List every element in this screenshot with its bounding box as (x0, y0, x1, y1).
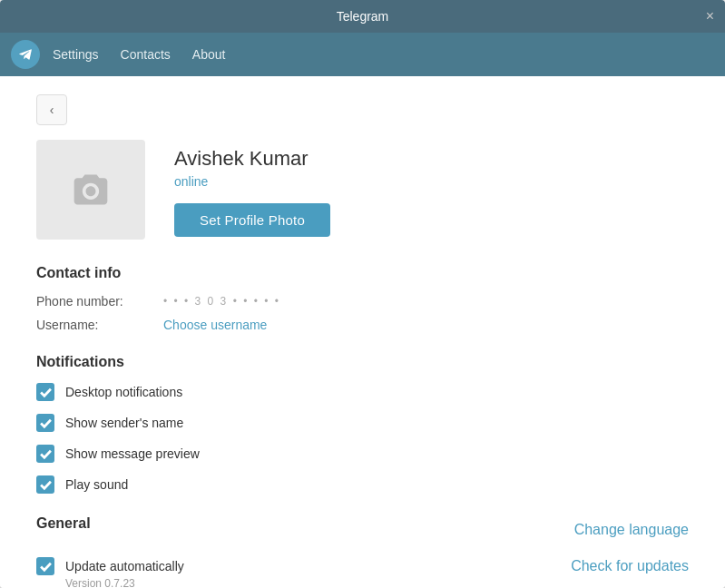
play-sound-row: Play sound (36, 475, 689, 494)
desktop-notifications-checkbox[interactable] (36, 383, 54, 401)
checkmark-icon (40, 561, 52, 573)
checkmark-icon (40, 387, 52, 398)
back-icon: ‹ (50, 103, 54, 117)
choose-username-link[interactable]: Choose username (163, 318, 267, 332)
username-row: Username: Choose username (36, 318, 689, 332)
close-button[interactable]: × (706, 9, 714, 24)
avatar (36, 140, 145, 240)
app-window: Telegram × Settings Contacts About ‹ Avi (0, 0, 725, 588)
show-sender-row: Show sender's name (36, 414, 689, 432)
username-label: Username: (36, 318, 163, 332)
general-title: General (36, 515, 91, 532)
desktop-notifications-label: Desktop notifications (65, 385, 182, 399)
phone-row: Phone number: • • • 3 0 3 • • • • • (36, 294, 689, 309)
telegram-icon (17, 46, 34, 63)
title-bar: Telegram × (0, 0, 725, 33)
notifications-title: Notifications (36, 354, 689, 370)
back-button[interactable]: ‹ (36, 94, 67, 125)
notifications-section: Notifications Desktop notifications Show… (36, 354, 689, 494)
window-title: Telegram (337, 9, 389, 24)
play-sound-checkbox[interactable] (36, 475, 54, 494)
set-profile-photo-button[interactable]: Set Profile Photo (174, 203, 330, 237)
checkmark-icon (40, 417, 52, 429)
menu-settings[interactable]: Settings (51, 44, 101, 65)
show-preview-label: Show message preview (65, 446, 200, 461)
profile-info: Avishek Kumar online Set Profile Photo (174, 140, 330, 237)
show-preview-row: Show message preview (36, 445, 689, 463)
desktop-notifications-row: Desktop notifications (36, 383, 689, 401)
play-sound-label: Play sound (65, 477, 128, 492)
general-section: General Change language Update automatic… (36, 515, 689, 588)
show-sender-checkbox[interactable] (36, 414, 54, 432)
phone-value: • • • 3 0 3 • • • • • (163, 295, 280, 308)
menu-bar: Settings Contacts About (0, 33, 725, 76)
profile-name: Avishek Kumar (174, 147, 330, 171)
show-sender-label: Show sender's name (65, 416, 183, 430)
menu-contacts[interactable]: Contacts (119, 44, 172, 65)
change-language-link[interactable]: Change language (574, 522, 689, 538)
update-automatically-label: Update automatically (65, 559, 184, 573)
show-preview-checkbox[interactable] (36, 445, 54, 463)
update-automatically-checkbox[interactable] (36, 557, 54, 575)
camera-icon (71, 170, 111, 210)
general-header: General Change language (36, 515, 689, 544)
profile-section: Avishek Kumar online Set Profile Photo (36, 140, 689, 240)
check-for-updates-link[interactable]: Check for updates (571, 558, 689, 574)
profile-status: online (174, 174, 330, 189)
main-content: ‹ Avishek Kumar online Set Profile Photo… (0, 76, 725, 588)
version-text: Version 0.7.23 (65, 577, 689, 588)
update-checkbox-row: Update automatically (36, 557, 184, 575)
contact-info-title: Contact info (36, 265, 689, 281)
contact-info-section: Contact info Phone number: • • • 3 0 3 •… (36, 265, 689, 332)
phone-label: Phone number: (36, 294, 163, 309)
menu-about[interactable]: About (191, 44, 228, 65)
update-row: Update automatically Check for updates (36, 557, 689, 575)
checkmark-icon (40, 448, 52, 460)
app-logo (11, 40, 40, 69)
checkmark-icon (40, 479, 52, 491)
